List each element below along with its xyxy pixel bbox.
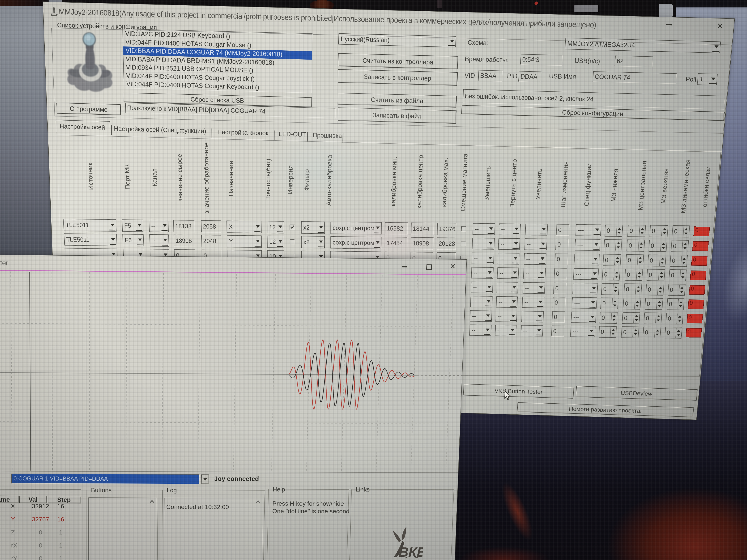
svg-text:ВКБ: ВКБ [398,544,423,558]
